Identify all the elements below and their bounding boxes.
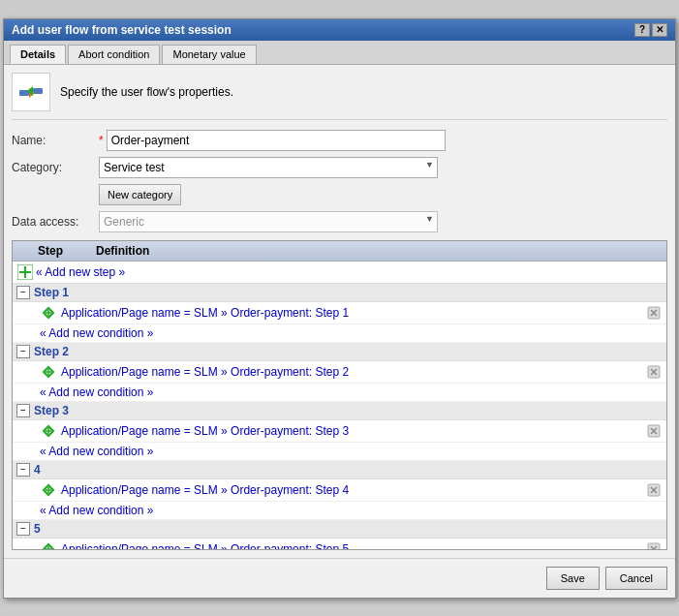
svg-rect-5 (24, 266, 26, 278)
step-label-3: Step 3 (34, 404, 69, 417)
condition-link-2-1[interactable]: Application/Page name = SLM » Order-paym… (61, 365, 645, 379)
new-category-button[interactable]: New category (99, 184, 181, 205)
dialog-title: Add user flow from service test session (12, 23, 231, 37)
collapse-btn-3[interactable]: − (16, 404, 30, 417)
step-header-3: − Step 3 (13, 402, 666, 420)
flow-icon-box (12, 73, 50, 111)
condition-link-4-1[interactable]: Application/Page name = SLM » Order-paym… (61, 483, 645, 497)
step-group-5: − 5 Application/Page name = SLM » Order-… (13, 520, 666, 550)
steps-table: Step Definition « Add new step » − Step … (12, 240, 667, 550)
add-condition-link-2[interactable]: « Add new condition » (40, 385, 153, 399)
close-button[interactable]: ✕ (652, 23, 667, 37)
dialog: Add user flow from service test session … (3, 18, 676, 599)
col-action-header (633, 244, 663, 258)
add-condition-row-1[interactable]: « Add new condition » (13, 324, 666, 343)
step-label-5: 5 (34, 522, 41, 536)
col-def-header: Definition (96, 244, 633, 258)
flow-icon (17, 78, 45, 106)
data-access-row: Data access: Generic (12, 211, 667, 232)
step-group-3: − Step 3 Application/Page name = SLM » O… (13, 402, 666, 461)
add-condition-row-2[interactable]: « Add new condition » (13, 384, 666, 402)
header-add-col (16, 244, 38, 258)
step-label-2: Step 2 (34, 345, 69, 358)
step-group-4: − 4 Application/Page name = SLM » Order-… (13, 461, 666, 520)
collapse-btn-4[interactable]: − (16, 463, 30, 477)
add-step-icon (16, 263, 34, 281)
cancel-button[interactable]: Cancel (605, 567, 667, 590)
dialog-body: Specify the user flow's properties. Name… (4, 65, 675, 558)
name-label: Name: (12, 134, 99, 147)
collapse-btn-1[interactable]: − (16, 286, 30, 299)
tab-bar: Details Abort condition Monetary value (4, 41, 675, 65)
new-category-row: New category (12, 184, 667, 205)
category-select-wrapper: Service test (99, 157, 438, 178)
step-header-1: − Step 1 (13, 284, 666, 302)
condition-row-5-1: Application/Page name = SLM » Order-paym… (13, 539, 666, 550)
step-header-4: − 4 (13, 461, 666, 479)
condition-icon-4-1 (40, 481, 57, 499)
add-condition-link-3[interactable]: « Add new condition » (40, 445, 153, 458)
add-step-row[interactable]: « Add new step » (13, 262, 666, 284)
add-step-link[interactable]: « Add new step » (36, 265, 125, 279)
data-access-select-wrapper: Generic (99, 211, 438, 232)
delete-icon-4-1[interactable] (645, 481, 663, 499)
add-condition-link-1[interactable]: « Add new condition » (40, 326, 153, 340)
condition-link-3-1[interactable]: Application/Page name = SLM » Order-paym… (61, 424, 645, 438)
condition-row-2-1: Application/Page name = SLM » Order-paym… (13, 361, 666, 384)
save-button[interactable]: Save (546, 567, 600, 590)
add-condition-row-3[interactable]: « Add new condition » (13, 443, 666, 461)
step-group-1: − Step 1 Application/Page name = SLM » O… (13, 284, 666, 343)
collapse-btn-2[interactable]: − (16, 345, 30, 358)
tab-details[interactable]: Details (10, 45, 66, 64)
name-input[interactable] (107, 130, 446, 151)
step-group-2: − Step 2 Application/Page name = SLM » O… (13, 343, 666, 402)
step-label-4: 4 (34, 463, 41, 477)
name-row: Name: * (12, 130, 667, 151)
intro-description: Specify the user flow's properties. (60, 85, 233, 99)
category-select[interactable]: Service test (99, 157, 438, 178)
titlebar-controls: ? ✕ (634, 23, 667, 37)
intro-section: Specify the user flow's properties. (12, 73, 667, 120)
step-label-1: Step 1 (34, 286, 69, 299)
add-condition-link-4[interactable]: « Add new condition » (40, 504, 153, 517)
required-star: * (99, 134, 104, 147)
dialog-titlebar: Add user flow from service test session … (4, 19, 675, 41)
condition-icon-1-1 (40, 304, 57, 322)
data-access-label: Data access: (12, 215, 99, 229)
condition-icon-3-1 (40, 422, 57, 440)
condition-row-3-1: Application/Page name = SLM » Order-paym… (13, 420, 666, 443)
delete-icon-5-1[interactable] (645, 540, 663, 550)
step-header-5: − 5 (13, 520, 666, 539)
table-header: Step Definition (13, 241, 666, 262)
form-section: Name: * Category: Service test New categ… (12, 130, 667, 232)
delete-icon-3-1[interactable] (645, 422, 663, 440)
delete-icon-2-1[interactable] (645, 363, 663, 381)
category-row: Category: Service test (12, 157, 667, 178)
condition-row-1-1: Application/Page name = SLM » Order-paym… (13, 302, 666, 324)
collapse-btn-5[interactable]: − (16, 522, 30, 536)
add-condition-row-4[interactable]: « Add new condition » (13, 502, 666, 520)
col-step-header: Step (38, 244, 96, 258)
category-label: Category: (12, 161, 99, 174)
delete-icon-1-1[interactable] (645, 304, 663, 322)
condition-icon-5-1 (40, 540, 57, 550)
condition-link-1-1[interactable]: Application/Page name = SLM » Order-paym… (61, 306, 645, 320)
step-header-2: − Step 2 (13, 343, 666, 361)
condition-link-5-1[interactable]: Application/Page name = SLM » Order-paym… (61, 542, 645, 550)
tab-abort-condition[interactable]: Abort condition (68, 45, 160, 64)
condition-icon-2-1 (40, 363, 57, 381)
help-button[interactable]: ? (634, 23, 650, 37)
tab-monetary-value[interactable]: Monetary value (162, 45, 256, 64)
condition-row-4-1: Application/Page name = SLM » Order-paym… (13, 479, 666, 502)
dialog-footer: Save Cancel (4, 558, 675, 598)
data-access-select[interactable]: Generic (99, 211, 438, 232)
